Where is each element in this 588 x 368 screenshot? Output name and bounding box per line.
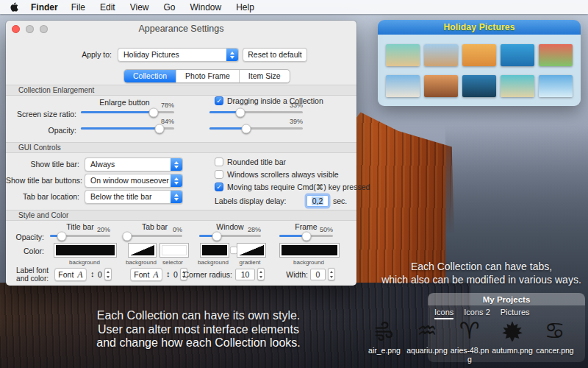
photo-thumbnail[interactable] — [539, 44, 573, 66]
section-style-and-color: Style and Color — [6, 210, 356, 221]
show-title-bar-popup[interactable]: Always — [85, 158, 183, 171]
caption-style-line1: Each Collection can have its own style. — [65, 309, 332, 323]
enlargement-opacity-label: Opacity: — [6, 126, 76, 135]
resize-vertical-icon: ↕ — [166, 269, 171, 278]
caption-tabs-line1: Each Collection can have tabs, — [376, 260, 587, 273]
window-opacity-slider[interactable] — [199, 230, 261, 241]
width-field[interactable]: 0 — [310, 269, 326, 280]
rounded-title-bar-row[interactable]: Rounded title bar — [215, 158, 286, 166]
scrollers-visible-checkbox[interactable] — [215, 170, 223, 179]
file-name: aquariu.png — [406, 346, 447, 355]
appearance-settings-dialog: Appearance Settings Apply to: Holiday Pi… — [6, 21, 356, 286]
tabbar-opacity-slider[interactable] — [127, 230, 182, 241]
section-gui-controls: GUI Controls — [6, 142, 356, 153]
projects-tab-icons[interactable]: Icons — [434, 308, 453, 319]
titlebar-opacity-slider[interactable] — [50, 230, 110, 241]
menu-help[interactable]: Help — [236, 2, 254, 13]
dragging-checkbox-row[interactable]: Dragging inside a Collection — [215, 96, 323, 105]
font-button-2[interactable]: Font A — [130, 268, 162, 281]
apply-to-popup[interactable]: Holiday Pictures — [118, 48, 239, 62]
file-item[interactable]: autumn.png — [491, 319, 534, 364]
show-title-bar-value: Always — [85, 158, 169, 171]
rounded-title-bar-checkbox[interactable] — [215, 158, 223, 166]
delay-value: 0,2 — [312, 197, 324, 205]
dragging-checkbox[interactable] — [215, 96, 223, 105]
window-gradient-well[interactable] — [237, 243, 266, 258]
corner-radius-field[interactable]: 10 — [235, 269, 255, 280]
font-button-text: Font — [134, 270, 149, 279]
titlebar-background-well[interactable] — [54, 243, 117, 258]
tab-photo-frame[interactable]: Photo Frame — [176, 70, 239, 82]
projects-title-bar[interactable]: My Projects — [428, 293, 585, 305]
menu-app-finder[interactable]: Finder — [31, 2, 58, 13]
screen-size-ratio-label: Screen size ratio: — [6, 110, 76, 118]
wind-icon — [373, 319, 395, 344]
photo-thumbnail[interactable] — [386, 75, 420, 97]
label-font-and-color-label: Label font and color: — [6, 266, 49, 283]
file-item[interactable]: ♒aquariu.png — [406, 319, 448, 364]
apple-menu-icon[interactable] — [10, 2, 19, 12]
show-title-bar-buttons-popup[interactable]: On window mouseover — [85, 174, 183, 188]
photo-thumbnail[interactable] — [462, 44, 496, 66]
moving-tabs-checkbox[interactable] — [215, 183, 223, 191]
project-files-row: air_e.png♒aquariu.png♈aries-48.pngautumn… — [363, 319, 578, 364]
corner-radius-stepper[interactable] — [257, 268, 265, 280]
photo-thumbnail[interactable] — [424, 44, 458, 66]
drag-opacity-slider[interactable] — [209, 123, 303, 133]
photo-thumbnail[interactable] — [501, 75, 534, 97]
file-name: aries-48.png — [449, 346, 490, 364]
moving-tabs-row[interactable]: Moving tabs require Cmd(⌘) key pressed — [215, 183, 370, 191]
photo-thumbnail[interactable] — [424, 75, 458, 97]
dialog-title: Appearance Settings — [6, 24, 356, 34]
enlarge-ratio-slider[interactable] — [81, 107, 174, 117]
scrollers-visible-row[interactable]: Windows scrollers always visible — [215, 170, 339, 179]
projects-tab-pictures[interactable]: Pictures — [501, 308, 530, 319]
photo-thumbnail[interactable] — [386, 44, 420, 66]
file-item[interactable]: ♋cancer.png — [534, 319, 576, 364]
frame-opacity-slider[interactable] — [279, 230, 333, 241]
dragging-checkbox-label: Dragging inside a Collection — [227, 96, 323, 105]
titlebar-well-label: background — [54, 259, 115, 266]
dialog-tab-bar: Collection Photo Frame Item Size — [123, 69, 290, 83]
width-stepper[interactable] — [328, 268, 335, 280]
menu-view[interactable]: View — [130, 2, 149, 13]
font-size-stepper-1[interactable] — [104, 268, 112, 280]
tab-item-size[interactable]: Item Size — [239, 70, 290, 82]
reset-to-default-button[interactable]: Reset to default — [243, 48, 307, 62]
style-opacity-label: Opacity: — [6, 233, 44, 241]
drag-ratio-slider[interactable] — [209, 107, 303, 117]
file-name: air_e.png — [368, 346, 401, 355]
tab-bar-location-popup[interactable]: Below the title bar — [85, 190, 183, 204]
gradient-well-label: gradient — [231, 259, 269, 266]
menu-edit[interactable]: Edit — [100, 2, 115, 13]
tabbar-background-well[interactable] — [128, 243, 157, 258]
font-size-value-1: 0 — [98, 270, 102, 279]
selector-well-label: selector — [154, 259, 192, 266]
scrollers-visible-label: Windows scrollers always visible — [227, 170, 339, 179]
photo-thumbnail[interactable] — [462, 75, 496, 97]
holiday-pictures-window: Holiday Pictures — [378, 20, 581, 106]
show-title-bar-buttons-label: Show title bar buttons: — [6, 176, 79, 185]
holiday-title-bar[interactable]: Holiday Pictures — [378, 20, 581, 35]
enlarge-opacity-slider[interactable] — [81, 123, 174, 133]
menu-go[interactable]: Go — [164, 2, 176, 13]
holiday-window-title: Holiday Pictures — [443, 22, 514, 32]
file-item[interactable]: ♈aries-48.png — [448, 319, 491, 364]
moving-tabs-label: Moving tabs require Cmd(⌘) key pressed — [227, 183, 370, 191]
menu-file[interactable]: File — [71, 2, 85, 13]
apply-to-value: Holiday Pictures — [118, 49, 225, 61]
photo-thumbnail[interactable] — [501, 44, 534, 66]
photo-thumbnail[interactable] — [539, 75, 573, 97]
menu-window[interactable]: Window — [190, 2, 222, 13]
desktop: Finder File Edit View Go Window Help Hol… — [0, 0, 588, 368]
labels-display-delay-field[interactable]: 0,2 — [306, 195, 329, 207]
file-item[interactable]: air_e.png — [363, 319, 406, 364]
dialog-title-bar[interactable]: Appearance Settings — [6, 21, 356, 37]
frame-background-well[interactable] — [279, 243, 340, 258]
window-well-label: background — [194, 259, 232, 266]
tab-collection[interactable]: Collection — [124, 70, 176, 82]
tabbar-selector-well[interactable] — [159, 243, 189, 258]
font-button-1[interactable]: Font A — [54, 268, 87, 281]
window-background-well[interactable] — [200, 243, 229, 258]
font-size-value-2: 0 — [173, 270, 178, 279]
